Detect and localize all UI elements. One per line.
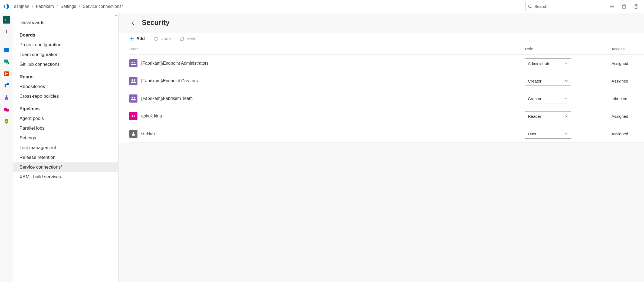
rail-security-icon[interactable] [2,117,11,125]
marketplace-icon[interactable] [621,3,627,10]
role-value: Creator [528,96,541,101]
svg-rect-27 [181,39,183,40]
search-icon [528,4,532,9]
back-button[interactable] [129,19,137,27]
svg-point-29 [134,62,135,63]
role-dropdown[interactable]: Creator [525,94,571,103]
scroll-up-icon[interactable] [114,14,118,17]
chevron-down-icon [565,132,568,135]
breadcrumb-sep: / [32,4,33,9]
search-box[interactable] [525,2,601,11]
breadcrumb-item-1[interactable]: Fabrikam [36,4,54,9]
rail-repos-icon[interactable] [2,70,11,78]
role-value: Administrator [528,61,552,66]
table-header: User Role Access [129,45,644,55]
role-value: Creator [528,79,541,83]
sidebar-item[interactable]: Agent pools [13,114,118,123]
svg-rect-20 [7,83,9,85]
svg-point-32 [132,97,133,99]
sidebar-item[interactable]: Cross-repo policies [13,91,118,101]
search-input[interactable] [534,4,599,9]
settings-sidebar: DashboardsBoardsProject configurationTea… [13,13,119,282]
role-dropdown[interactable]: Reader [525,111,571,121]
user-name: [Fabrikam]\Endpoint Creators [141,78,198,83]
rail-boards-icon[interactable] [2,46,11,54]
svg-point-28 [132,62,133,63]
left-rail: F ＋ [0,13,13,282]
rail-pipelines-icon[interactable] [2,81,11,90]
rail-workitems-icon[interactable] [2,58,11,66]
rail-project-badge[interactable]: F [2,16,11,24]
sidebar-item[interactable]: XAML build services [13,172,118,182]
group-avatar-icon [129,94,137,103]
svg-rect-12 [5,49,6,49]
sidebar-item[interactable]: Service connections* [13,162,118,172]
rail-testplans-icon[interactable] [2,93,11,101]
svg-rect-26 [181,37,183,38]
col-user: User [129,47,525,51]
user-name: GitHub [141,131,155,136]
sidebar-item[interactable]: Team configuration [13,50,118,60]
sidebar-item[interactable]: Settings [13,133,118,143]
user-name: [Fabrikam]\Endpoint Administrators [141,61,209,66]
access-value: Assigned [612,114,644,119]
breadcrumb-item-2[interactable]: Settings [61,4,76,9]
role-dropdown[interactable]: Administrator [525,58,571,68]
list-icon[interactable] [609,3,615,10]
svg-point-30 [132,79,133,81]
sidebar-item[interactable]: Release retention [13,153,118,162]
breadcrumb-item-3[interactable]: Service connections* [83,4,123,9]
rail-divider [3,40,10,40]
save-icon [179,36,184,41]
top-bar: ashjhan / Fabrikam / Settings / Service … [0,0,644,13]
sidebar-item[interactable]: Test management [13,143,118,153]
undo-icon [153,36,158,41]
chevron-down-icon [565,114,568,118]
user-name: [Fabrikam]\Fabrikam Team [141,96,193,101]
svg-point-6 [610,6,610,6]
svg-rect-8 [622,5,626,8]
table-row[interactable]: GitHubUserAssigned [129,125,644,143]
svg-rect-35 [132,134,135,136]
page-header: Security [119,13,644,32]
svg-line-1 [531,7,532,8]
page-title: Security [142,18,170,27]
breadcrumb-sep: / [79,4,80,9]
role-dropdown[interactable]: Creator [525,76,571,86]
rail-artifacts-icon[interactable] [2,105,11,113]
breadcrumb-item-0[interactable]: ashjhan [14,4,29,9]
role-dropdown[interactable]: User [525,129,571,139]
sidebar-item[interactable]: Project configuration [13,40,118,50]
add-button[interactable]: Add [129,36,145,41]
col-access: Access [612,47,644,51]
table-row[interactable]: [Fabrikam]\Endpoint CreatorsCreatorAssig… [129,72,644,90]
rail-new-icon[interactable]: ＋ [2,28,11,36]
svg-point-10 [636,7,636,8]
role-value: User [528,132,537,136]
chevron-down-icon [565,62,568,65]
user-avatar: AK [129,112,137,120]
svg-point-34 [133,132,134,134]
help-icon[interactable] [633,3,639,10]
svg-point-7 [610,8,610,8]
chevron-down-icon [565,79,568,83]
svg-point-0 [528,5,531,8]
table-row[interactable]: [Fabrikam]\Endpoint AdministratorsAdmini… [129,55,644,72]
undo-label: Undo [160,36,171,41]
svg-point-5 [610,5,610,5]
main-content: Security Add Undo [119,13,644,282]
chevron-down-icon [565,97,568,100]
sidebar-item[interactable]: Dashboards [13,18,118,28]
sidebar-item[interactable]: Repositories [13,82,118,91]
azure-devops-logo[interactable] [2,2,11,11]
table-row[interactable]: AKashok kirlaReaderAssigned [129,107,644,125]
sidebar-heading: Repos [13,69,118,82]
access-value: Assigned [612,79,644,83]
sidebar-item[interactable]: GitHub connections [13,60,118,69]
svg-point-33 [134,97,135,99]
table-row[interactable]: [Fabrikam]\Fabrikam TeamCreatorInherited [129,90,644,107]
sidebar-item[interactable]: Parallel jobs [13,123,118,133]
access-value: Assigned [612,132,644,136]
breadcrumb-sep: / [57,4,58,9]
sidebar-heading: Pipelines [13,101,118,114]
